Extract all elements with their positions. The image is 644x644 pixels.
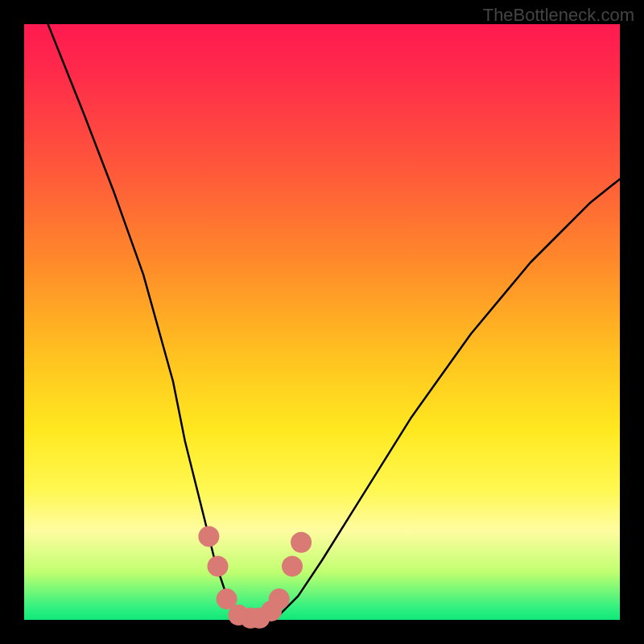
marker-dot (282, 555, 303, 576)
marker-dot (198, 526, 219, 547)
curve-path (48, 24, 620, 620)
marker-dot (208, 555, 229, 576)
plot-area (24, 24, 620, 620)
marker-dot (291, 532, 312, 553)
watermark-label: TheBottleneck.com (483, 5, 634, 26)
marker-dot (269, 588, 290, 609)
highlight-markers (198, 526, 312, 628)
chart-svg (24, 24, 620, 620)
bottleneck-curve (48, 24, 620, 620)
